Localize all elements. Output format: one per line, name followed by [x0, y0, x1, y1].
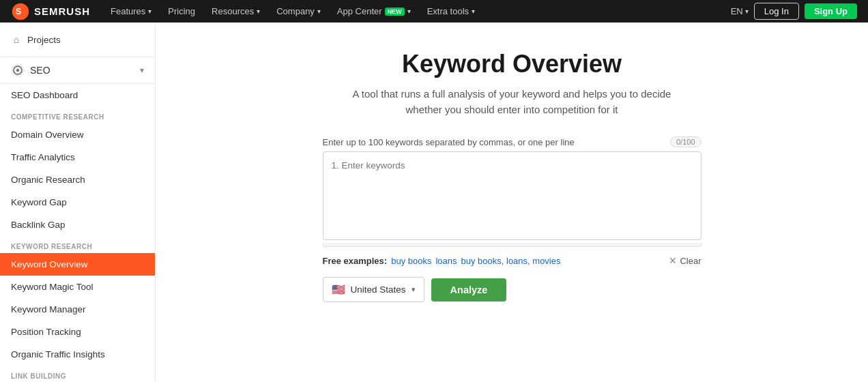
home-icon: ⌂: [11, 34, 22, 45]
new-badge: NEW: [385, 8, 405, 16]
scrollbar: [323, 243, 701, 247]
sidebar-item-seo-dashboard[interactable]: SEO Dashboard: [0, 84, 155, 106]
main-content: Keyword Overview A tool that runs a full…: [156, 23, 868, 382]
sidebar-section-keyword-research: KEYWORD RESEARCH: [0, 236, 155, 253]
input-label: Enter up to 100 keywords separated by co…: [323, 137, 575, 147]
bottom-controls: 🇺🇸 United States ▾ Analyze: [323, 277, 701, 302]
page-subtitle: A tool that runs a full analysis of your…: [353, 87, 671, 117]
logo-text: SEMRUSH: [34, 5, 90, 17]
chevron-down-icon: ▾: [140, 65, 144, 75]
us-flag-icon: 🇺🇸: [332, 283, 345, 296]
nav-company[interactable]: Company ▾: [270, 3, 328, 19]
example-buy-books[interactable]: buy books: [391, 256, 431, 266]
sidebar-top: ⌂ Projects: [0, 23, 155, 57]
example-buy-books-loans-movies[interactable]: buy books, loans, movies: [461, 256, 561, 266]
top-navigation: S SEMRUSH Features ▾ Pricing Resources ▾…: [0, 0, 868, 23]
language-selector[interactable]: EN ▾: [731, 6, 749, 16]
sidebar-item-keyword-magic-tool[interactable]: Keyword Magic Tool: [0, 276, 155, 298]
close-icon: ✕: [669, 255, 677, 266]
sidebar-item-backlink-gap[interactable]: Backlink Gap: [0, 214, 155, 236]
sidebar-item-domain-overview[interactable]: Domain Overview: [0, 123, 155, 146]
keywords-textarea[interactable]: [323, 151, 701, 240]
input-counter: 0/100: [670, 136, 701, 147]
chevron-down-icon: ▾: [257, 8, 260, 15]
chevron-down-icon: ▾: [745, 8, 749, 15]
seo-icon: [11, 63, 25, 77]
sidebar-seo-section[interactable]: SEO ▾: [0, 57, 155, 84]
chevron-down-icon: ▾: [407, 8, 411, 15]
input-header: Enter up to 100 keywords separated by co…: [323, 136, 701, 147]
keyword-input-area: Enter up to 100 keywords separated by co…: [323, 136, 701, 302]
sidebar-item-keyword-overview[interactable]: Keyword Overview: [0, 253, 155, 276]
seo-label: SEO: [11, 63, 50, 77]
page-title: Keyword Overview: [402, 50, 622, 78]
country-selector[interactable]: 🇺🇸 United States ▾: [323, 277, 424, 302]
sidebar-item-position-tracking[interactable]: Position Tracking: [0, 321, 155, 343]
chevron-down-icon: ▾: [411, 285, 416, 294]
nav-resources[interactable]: Resources ▾: [205, 3, 267, 19]
sidebar: ⌂ Projects SEO ▾ SEO Dashboard COMPETITI…: [0, 23, 156, 382]
example-loans[interactable]: loans: [435, 256, 457, 266]
sidebar-item-traffic-analytics[interactable]: Traffic Analytics: [0, 146, 155, 168]
sidebar-item-keyword-manager[interactable]: Keyword Manager: [0, 298, 155, 321]
nav-pricing[interactable]: Pricing: [161, 3, 202, 19]
country-label: United States: [351, 284, 406, 295]
nav-extra-tools[interactable]: Extra tools ▾: [420, 3, 482, 19]
nav-actions: EN ▾ Log In Sign Up: [731, 3, 857, 20]
nav-links: Features ▾ Pricing Resources ▾ Company ▾…: [104, 3, 731, 19]
chevron-down-icon: ▾: [317, 8, 321, 15]
signup-button[interactable]: Sign Up: [805, 3, 857, 19]
chevron-down-icon: ▾: [148, 8, 151, 15]
sidebar-section-link-building: LINK BUILDING: [0, 366, 155, 382]
nav-features[interactable]: Features ▾: [104, 3, 158, 19]
sidebar-item-organic-traffic-insights[interactable]: Organic Traffic Insights: [0, 343, 155, 366]
logo[interactable]: S SEMRUSH: [11, 2, 90, 21]
sidebar-section-competitive-research: COMPETITIVE RESEARCH: [0, 106, 155, 123]
free-examples-label: Free examples:: [323, 256, 388, 266]
nav-app-center[interactable]: App Center NEW ▾: [330, 3, 418, 19]
chevron-down-icon: ▾: [472, 8, 475, 15]
free-examples: Free examples: buy books loans buy books…: [323, 255, 701, 266]
svg-point-3: [16, 69, 19, 72]
main-layout: ⌂ Projects SEO ▾ SEO Dashboard COMPETITI…: [0, 23, 868, 382]
sidebar-item-projects[interactable]: ⌂ Projects: [0, 28, 155, 51]
analyze-button[interactable]: Analyze: [431, 278, 507, 302]
sidebar-item-keyword-gap[interactable]: Keyword Gap: [0, 191, 155, 214]
clear-button[interactable]: ✕ Clear: [669, 255, 701, 266]
login-button[interactable]: Log In: [754, 3, 799, 20]
svg-text:S: S: [16, 7, 21, 16]
sidebar-item-organic-research[interactable]: Organic Research: [0, 168, 155, 191]
